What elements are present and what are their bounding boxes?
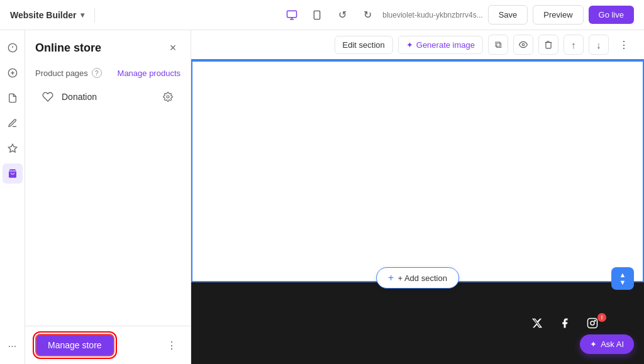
icon-sidebar: ··· bbox=[0, 30, 25, 364]
panel-section-header: Product pages ? Manage products bbox=[25, 63, 191, 83]
delete-section-button[interactable] bbox=[538, 35, 558, 55]
scroll-up-icon: ▲ bbox=[619, 272, 626, 279]
sidebar-item-store[interactable] bbox=[3, 163, 23, 184]
sparkle-icon: ✦ bbox=[406, 40, 413, 50]
topbar: Website Builder ▾ ↺ ↻ blueviolet-kudu-yk… bbox=[0, 0, 644, 30]
site-url: blueviolet-kudu-ykbnzbrrv4s... bbox=[382, 11, 482, 19]
redo-button[interactable]: ↻ bbox=[357, 5, 377, 25]
svg-marker-9 bbox=[8, 144, 16, 152]
canvas-footer: ! bbox=[191, 282, 644, 364]
copy-section-button[interactable]: ⧉ bbox=[488, 35, 508, 55]
sidebar-item-add[interactable] bbox=[3, 63, 23, 83]
panel-close-button[interactable]: × bbox=[165, 40, 180, 55]
svg-rect-1 bbox=[314, 11, 320, 19]
canvas-content: + + Add section ▲ ▼ bbox=[191, 60, 644, 364]
svg-point-15 bbox=[594, 320, 596, 321]
edit-section-button[interactable]: Edit section bbox=[335, 36, 393, 54]
canvas-toolbar: Edit section ✦ Generate image ⧉ ↑ ↓ ⋮ bbox=[191, 30, 644, 60]
add-section-button[interactable]: + + Add section bbox=[376, 267, 459, 289]
panel-footer: Manage store ⋮ bbox=[25, 326, 191, 364]
edit-section-label: Edit section bbox=[343, 40, 385, 50]
scroll-controls[interactable]: ▲ ▼ bbox=[611, 267, 634, 290]
panel-section-title: Product pages bbox=[35, 69, 88, 78]
preview-button[interactable]: Preview bbox=[533, 5, 583, 25]
twitter-icon[interactable] bbox=[528, 314, 546, 332]
move-up-button[interactable]: ↑ bbox=[564, 35, 584, 55]
panel-section-help-icon[interactable]: ? bbox=[92, 68, 102, 78]
canvas-area: Edit section ✦ Generate image ⧉ ↑ ↓ ⋮ + bbox=[191, 30, 644, 364]
svg-rect-13 bbox=[588, 319, 597, 328]
sidebar-item-design[interactable] bbox=[3, 113, 23, 133]
notification-badge: ! bbox=[597, 313, 606, 322]
svg-rect-0 bbox=[287, 11, 297, 18]
product-page-donation[interactable]: Donation bbox=[30, 83, 186, 111]
donation-label: Donation bbox=[62, 92, 154, 102]
brand-text: Website Builder bbox=[10, 10, 77, 20]
add-icon: + bbox=[388, 272, 394, 284]
side-panel: Online store × Product pages ? Manage pr… bbox=[25, 30, 191, 364]
generate-image-label: Generate image bbox=[416, 40, 475, 50]
panel-title: Online store bbox=[35, 41, 101, 55]
manage-store-button[interactable]: Manage store bbox=[35, 334, 114, 356]
section-more-button[interactable]: ⋮ bbox=[614, 35, 634, 55]
instagram-wrapper: ! bbox=[584, 314, 606, 332]
topbar-icons: ↺ ↻ blueviolet-kudu-ykbnzbrrv4s... Save … bbox=[282, 5, 634, 25]
sidebar-item-home[interactable] bbox=[3, 38, 23, 58]
panel-footer-more-button[interactable]: ⋮ bbox=[163, 336, 180, 354]
manage-products-link[interactable]: Manage products bbox=[118, 69, 180, 78]
sidebar-item-more[interactable]: ··· bbox=[3, 336, 23, 356]
brand-chevron-icon: ▾ bbox=[80, 11, 84, 19]
donation-icon bbox=[40, 89, 55, 104]
ask-ai-button[interactable]: ✦ Ask AI bbox=[580, 334, 634, 354]
donation-settings-icon[interactable] bbox=[160, 89, 175, 104]
ask-ai-label: Ask AI bbox=[601, 339, 624, 349]
visibility-button[interactable] bbox=[513, 35, 533, 55]
ask-ai-icon: ✦ bbox=[590, 339, 597, 349]
add-section-label: + Add section bbox=[397, 273, 447, 283]
scroll-down-icon: ▼ bbox=[619, 279, 626, 286]
desktop-view-button[interactable] bbox=[282, 5, 302, 25]
sidebar-item-pages[interactable] bbox=[3, 88, 23, 108]
golive-button[interactable]: Go live bbox=[589, 6, 634, 24]
canvas-white-area[interactable] bbox=[191, 60, 644, 282]
svg-point-14 bbox=[591, 321, 594, 325]
svg-point-12 bbox=[522, 43, 525, 46]
generate-image-button[interactable]: ✦ Generate image bbox=[398, 36, 483, 54]
panel-header: Online store × bbox=[25, 30, 191, 63]
svg-point-11 bbox=[167, 96, 169, 98]
move-down-button[interactable]: ↓ bbox=[589, 35, 609, 55]
mobile-view-button[interactable] bbox=[307, 5, 327, 25]
main-layout: ··· Online store × Product pages ? Manag… bbox=[0, 30, 644, 364]
facebook-icon[interactable] bbox=[556, 314, 574, 332]
brand-label[interactable]: Website Builder ▾ bbox=[10, 10, 84, 20]
sidebar-item-ai[interactable] bbox=[3, 138, 23, 158]
undo-button[interactable]: ↺ bbox=[332, 5, 352, 25]
save-button[interactable]: Save bbox=[488, 5, 528, 25]
topbar-separator bbox=[94, 8, 95, 23]
